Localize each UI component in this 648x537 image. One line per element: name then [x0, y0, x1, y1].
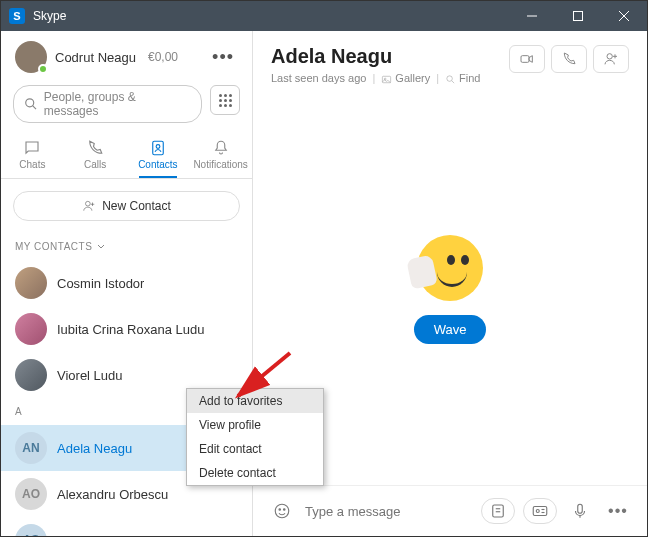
contact-avatar — [15, 313, 47, 345]
add-contact-icon — [82, 199, 96, 213]
contact-name: Adela Neagu — [57, 441, 132, 456]
contact-name: Alexandru Sorin Zbarcea — [57, 533, 201, 537]
attach-icon — [489, 502, 507, 520]
menu-view-profile[interactable]: View profile — [187, 413, 323, 437]
svg-line-14 — [452, 80, 454, 82]
contact-name: Cosmin Istodor — [57, 276, 144, 291]
section-my-contacts[interactable]: MY CONTACTS — [1, 233, 252, 260]
contact-item[interactable]: Iubita Crina Roxana Ludu — [1, 306, 252, 352]
new-contact-button[interactable]: New Contact — [13, 191, 240, 221]
card-icon — [531, 502, 549, 520]
contact-avatar — [15, 359, 47, 391]
tab-notifications[interactable]: Notifications — [189, 135, 252, 178]
contact-name: Iubita Crina Roxana Ludu — [57, 322, 204, 337]
voice-message-button[interactable] — [565, 496, 595, 526]
add-participant-button[interactable] — [593, 45, 629, 73]
dialpad-button[interactable] — [210, 85, 240, 115]
contact-avatar — [15, 267, 47, 299]
bell-icon — [212, 139, 230, 157]
window-titlebar: S Skype — [1, 1, 647, 31]
video-icon — [519, 51, 535, 67]
close-button[interactable] — [601, 1, 647, 31]
add-user-icon — [603, 51, 619, 67]
search-placeholder: People, groups & messages — [44, 90, 191, 118]
more-actions-button[interactable]: ••• — [603, 496, 633, 526]
chat-title[interactable]: Adela Neagu — [271, 45, 509, 68]
svg-point-7 — [156, 145, 160, 149]
search-icon — [445, 74, 456, 85]
context-menu: Add to favorites View profile Edit conta… — [186, 388, 324, 486]
phone-icon — [561, 51, 577, 67]
maximize-button[interactable] — [555, 1, 601, 31]
emoji-picker-button[interactable] — [267, 496, 297, 526]
video-call-button[interactable] — [509, 45, 545, 73]
svg-line-5 — [33, 106, 36, 109]
svg-point-20 — [279, 509, 281, 511]
svg-point-16 — [607, 54, 612, 59]
svg-point-4 — [26, 99, 34, 107]
profile-avatar[interactable] — [15, 41, 47, 73]
minimize-button[interactable] — [509, 1, 555, 31]
profile-balance[interactable]: €0,00 — [148, 50, 178, 64]
profile-name[interactable]: Codrut Neagu — [55, 50, 136, 65]
dialpad-icon — [219, 94, 232, 107]
wave-button[interactable]: Wave — [414, 315, 487, 344]
svg-point-12 — [384, 78, 386, 80]
svg-point-26 — [536, 510, 539, 513]
svg-point-8 — [86, 201, 91, 206]
wave-emoji — [417, 235, 483, 301]
svg-point-21 — [284, 509, 286, 511]
tab-contacts[interactable]: Contacts — [127, 135, 190, 178]
contact-name: Viorel Ludu — [57, 368, 123, 383]
svg-rect-25 — [533, 507, 547, 516]
attach-file-button[interactable] — [481, 498, 515, 524]
svg-rect-22 — [493, 505, 504, 517]
menu-edit-contact[interactable]: Edit contact — [187, 437, 323, 461]
presence-indicator — [38, 64, 48, 74]
svg-rect-1 — [574, 12, 583, 21]
menu-delete-contact[interactable]: Delete contact — [187, 461, 323, 485]
svg-rect-29 — [578, 504, 583, 513]
tab-calls[interactable]: Calls — [64, 135, 127, 178]
find-link[interactable]: Find — [445, 72, 480, 85]
contact-card-button[interactable] — [523, 498, 557, 524]
search-icon — [24, 97, 38, 111]
contact-avatar-initials: AS — [15, 524, 47, 536]
contact-avatar-initials: AN — [15, 432, 47, 464]
menu-add-favorites[interactable]: Add to favorites — [187, 389, 323, 413]
svg-rect-15 — [521, 56, 529, 63]
svg-point-13 — [447, 75, 453, 81]
audio-call-button[interactable] — [551, 45, 587, 73]
more-menu-button[interactable]: ••• — [208, 43, 238, 72]
phone-icon — [86, 139, 104, 157]
last-seen-text: Last seen days ago — [271, 72, 366, 84]
chat-icon — [23, 139, 41, 157]
gallery-icon — [381, 74, 392, 85]
contact-item[interactable]: AS Alexandru Sorin Zbarcea — [1, 517, 252, 536]
tab-chats[interactable]: Chats — [1, 135, 64, 178]
window-title: Skype — [33, 9, 509, 23]
search-input[interactable]: People, groups & messages — [13, 85, 202, 123]
smiley-icon — [273, 502, 291, 520]
chevron-down-icon — [96, 242, 106, 252]
contact-item[interactable]: Cosmin Istodor — [1, 260, 252, 306]
mic-icon — [571, 502, 589, 520]
skype-app-icon: S — [9, 8, 25, 24]
svg-point-19 — [275, 504, 289, 518]
contact-avatar-initials: AO — [15, 478, 47, 510]
message-input[interactable] — [305, 504, 473, 519]
contact-name: Alexandru Orbescu — [57, 487, 168, 502]
gallery-link[interactable]: Gallery — [381, 72, 430, 85]
contacts-icon — [149, 139, 167, 157]
